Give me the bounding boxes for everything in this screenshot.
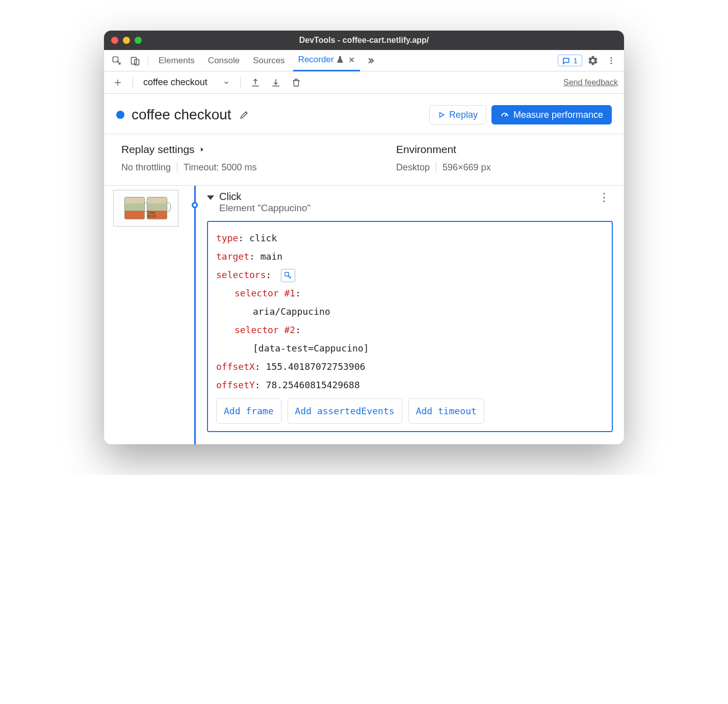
environment-device: Desktop: [396, 162, 430, 173]
export-icon[interactable]: [248, 75, 263, 90]
step-thumbnail[interactable]: Total: $0.00: [113, 190, 178, 227]
field-key: type: [216, 233, 238, 243]
delete-icon[interactable]: [289, 75, 304, 90]
recording-header: coffee checkout Replay Measure performan…: [104, 94, 624, 134]
separator: [240, 77, 241, 88]
replay-button[interactable]: Replay: [429, 105, 486, 124]
svg-rect-1: [132, 57, 137, 64]
svg-point-5: [611, 62, 612, 64]
settings-row: Replay settings No throttling Timeout: 5…: [104, 134, 624, 186]
environment-label: Environment: [396, 143, 456, 156]
play-icon: [438, 111, 445, 118]
gauge-icon: [500, 110, 509, 119]
add-timeout-button[interactable]: Add timeout: [408, 398, 484, 424]
tab-recorder-label: Recorder: [298, 55, 334, 65]
kebab-menu-icon[interactable]: [604, 53, 619, 68]
field-key: target: [216, 251, 249, 262]
timeout-value: Timeout: 5000 ms: [184, 162, 256, 173]
field-val[interactable]: click: [249, 233, 277, 243]
field-key: selectors: [216, 269, 266, 280]
fullscreen-window-button[interactable]: [135, 37, 142, 44]
offsety-value[interactable]: 78.25460815429688: [266, 380, 360, 390]
field-key: offsetX: [216, 361, 255, 372]
replay-settings-label: Replay settings: [121, 143, 195, 156]
experiment-icon: [336, 56, 344, 64]
svg-point-3: [611, 57, 612, 59]
recording-status-dot: [116, 111, 124, 119]
separator: [133, 77, 133, 88]
step-title: Click: [219, 191, 310, 203]
devtools-window: DevTools - coffee-cart.netlify.app/ Elem…: [104, 31, 624, 444]
collapse-icon: [207, 195, 214, 200]
inspect-element-icon[interactable]: [109, 53, 124, 68]
timeline-step-dot[interactable]: [192, 202, 198, 208]
edit-title-icon[interactable]: [237, 107, 252, 122]
step-area: Total: $0.00 Click Element "Cappucino" ⋮…: [104, 186, 624, 444]
step-menu-icon[interactable]: ⋮: [599, 191, 613, 204]
field-key: selector #1: [235, 288, 295, 298]
close-window-button[interactable]: [111, 37, 118, 44]
step-header[interactable]: Click Element "Cappucino" ⋮: [207, 191, 613, 214]
selector-2-value[interactable]: [data-test=Cappucino]: [253, 343, 369, 354]
device-toolbar-icon[interactable]: [127, 53, 143, 68]
field-key: selector #2: [235, 324, 295, 335]
measure-performance-button[interactable]: Measure performance: [491, 105, 612, 124]
selector-1-value[interactable]: aria/Cappucino: [253, 306, 330, 317]
minimize-window-button[interactable]: [123, 37, 130, 44]
separator: [177, 162, 177, 173]
recording-select[interactable]: coffee checkout: [140, 76, 233, 89]
field-val[interactable]: main: [261, 251, 282, 262]
svg-point-4: [611, 60, 612, 61]
issues-count: 1: [574, 56, 578, 65]
close-tab-icon[interactable]: ✕: [348, 55, 355, 65]
titlebar: DevTools - coffee-cart.netlify.app/: [104, 31, 624, 50]
new-recording-button[interactable]: [110, 75, 125, 90]
separator: [148, 55, 148, 66]
tab-elements[interactable]: Elements: [153, 50, 200, 71]
devtools-tabstrip: Elements Console Sources Recorder ✕ 1: [104, 50, 624, 71]
selector-picker-icon[interactable]: [281, 269, 295, 282]
offsetx-value[interactable]: 155.40187072753906: [266, 361, 366, 372]
recording-title: coffee checkout: [132, 107, 231, 123]
recorder-toolbar: coffee checkout Send feedback: [104, 71, 624, 94]
settings-gear-icon[interactable]: [585, 53, 601, 68]
replay-settings-toggle[interactable]: Replay settings: [121, 143, 335, 156]
step-subtitle: Element "Cappucino": [219, 203, 310, 214]
import-icon[interactable]: [268, 75, 283, 90]
chevron-right-icon: [199, 146, 205, 153]
field-key: offsetY: [216, 380, 255, 390]
window-title: DevTools - coffee-cart.netlify.app/: [104, 36, 624, 45]
recording-select-value: coffee checkout: [143, 77, 207, 88]
send-feedback-link[interactable]: Send feedback: [563, 78, 618, 87]
add-frame-button[interactable]: Add frame: [216, 398, 281, 424]
throttling-value: No throttling: [121, 162, 171, 173]
add-asserted-events-button[interactable]: Add assertedEvents: [288, 398, 402, 424]
issues-badge[interactable]: 1: [558, 55, 582, 66]
traffic-lights: [111, 37, 142, 44]
environment-size: 596×669 px: [443, 162, 491, 173]
timeline: [186, 186, 204, 444]
separator: [436, 162, 436, 173]
replay-button-label: Replay: [449, 110, 478, 120]
more-tabs-icon[interactable]: [363, 53, 378, 68]
tab-recorder[interactable]: Recorder ✕: [293, 50, 360, 71]
chevron-down-icon: [223, 79, 230, 86]
measure-button-label: Measure performance: [513, 110, 603, 120]
tab-sources[interactable]: Sources: [248, 50, 290, 71]
tab-console[interactable]: Console: [203, 50, 245, 71]
step-details: type: click target: main selectors: sele…: [207, 221, 613, 432]
